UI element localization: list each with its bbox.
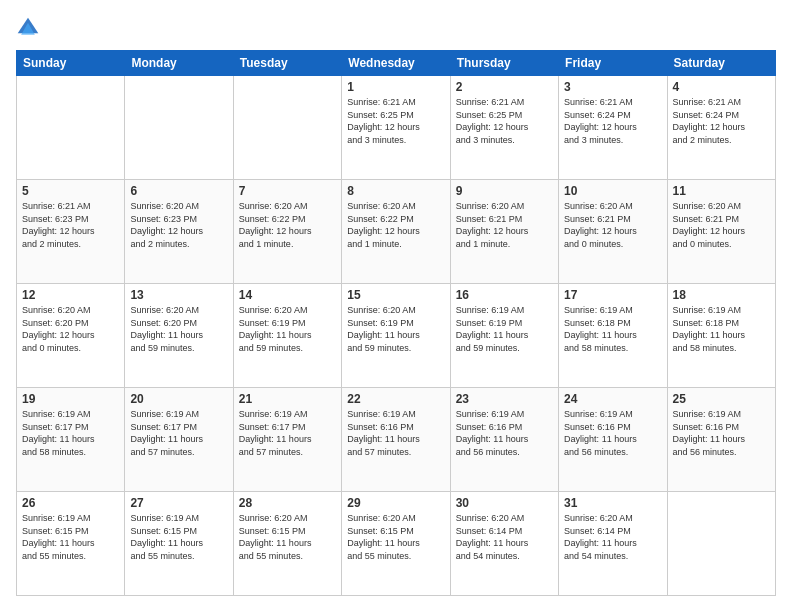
calendar-cell: 4Sunrise: 6:21 AM Sunset: 6:24 PM Daylig… xyxy=(667,76,775,180)
day-info: Sunrise: 6:20 AM Sunset: 6:19 PM Dayligh… xyxy=(347,304,444,354)
day-number: 4 xyxy=(673,80,770,94)
calendar-cell: 30Sunrise: 6:20 AM Sunset: 6:14 PM Dayli… xyxy=(450,492,558,596)
day-number: 24 xyxy=(564,392,661,406)
calendar-cell: 18Sunrise: 6:19 AM Sunset: 6:18 PM Dayli… xyxy=(667,284,775,388)
day-number: 13 xyxy=(130,288,227,302)
day-number: 10 xyxy=(564,184,661,198)
day-info: Sunrise: 6:20 AM Sunset: 6:20 PM Dayligh… xyxy=(22,304,119,354)
day-info: Sunrise: 6:21 AM Sunset: 6:24 PM Dayligh… xyxy=(673,96,770,146)
day-info: Sunrise: 6:20 AM Sunset: 6:22 PM Dayligh… xyxy=(239,200,336,250)
day-info: Sunrise: 6:20 AM Sunset: 6:23 PM Dayligh… xyxy=(130,200,227,250)
day-info: Sunrise: 6:21 AM Sunset: 6:25 PM Dayligh… xyxy=(456,96,553,146)
calendar-week-3: 12Sunrise: 6:20 AM Sunset: 6:20 PM Dayli… xyxy=(17,284,776,388)
day-info: Sunrise: 6:20 AM Sunset: 6:21 PM Dayligh… xyxy=(564,200,661,250)
day-info: Sunrise: 6:19 AM Sunset: 6:18 PM Dayligh… xyxy=(673,304,770,354)
day-info: Sunrise: 6:20 AM Sunset: 6:21 PM Dayligh… xyxy=(673,200,770,250)
day-header-thursday: Thursday xyxy=(450,51,558,76)
day-header-wednesday: Wednesday xyxy=(342,51,450,76)
calendar-cell: 28Sunrise: 6:20 AM Sunset: 6:15 PM Dayli… xyxy=(233,492,341,596)
day-info: Sunrise: 6:19 AM Sunset: 6:16 PM Dayligh… xyxy=(564,408,661,458)
day-info: Sunrise: 6:20 AM Sunset: 6:14 PM Dayligh… xyxy=(564,512,661,562)
day-number: 2 xyxy=(456,80,553,94)
day-info: Sunrise: 6:20 AM Sunset: 6:21 PM Dayligh… xyxy=(456,200,553,250)
day-number: 30 xyxy=(456,496,553,510)
day-number: 12 xyxy=(22,288,119,302)
day-info: Sunrise: 6:20 AM Sunset: 6:19 PM Dayligh… xyxy=(239,304,336,354)
calendar-cell: 11Sunrise: 6:20 AM Sunset: 6:21 PM Dayli… xyxy=(667,180,775,284)
calendar-cell: 31Sunrise: 6:20 AM Sunset: 6:14 PM Dayli… xyxy=(559,492,667,596)
calendar-week-2: 5Sunrise: 6:21 AM Sunset: 6:23 PM Daylig… xyxy=(17,180,776,284)
calendar-cell: 2Sunrise: 6:21 AM Sunset: 6:25 PM Daylig… xyxy=(450,76,558,180)
day-number: 5 xyxy=(22,184,119,198)
day-number: 23 xyxy=(456,392,553,406)
calendar-cell: 24Sunrise: 6:19 AM Sunset: 6:16 PM Dayli… xyxy=(559,388,667,492)
calendar-cell: 3Sunrise: 6:21 AM Sunset: 6:24 PM Daylig… xyxy=(559,76,667,180)
calendar-cell: 23Sunrise: 6:19 AM Sunset: 6:16 PM Dayli… xyxy=(450,388,558,492)
day-number: 20 xyxy=(130,392,227,406)
calendar-cell: 1Sunrise: 6:21 AM Sunset: 6:25 PM Daylig… xyxy=(342,76,450,180)
day-info: Sunrise: 6:21 AM Sunset: 6:24 PM Dayligh… xyxy=(564,96,661,146)
calendar-cell xyxy=(233,76,341,180)
header xyxy=(16,16,776,40)
calendar-cell: 27Sunrise: 6:19 AM Sunset: 6:15 PM Dayli… xyxy=(125,492,233,596)
calendar-cell: 26Sunrise: 6:19 AM Sunset: 6:15 PM Dayli… xyxy=(17,492,125,596)
day-number: 7 xyxy=(239,184,336,198)
day-info: Sunrise: 6:20 AM Sunset: 6:14 PM Dayligh… xyxy=(456,512,553,562)
day-header-friday: Friday xyxy=(559,51,667,76)
day-number: 26 xyxy=(22,496,119,510)
day-info: Sunrise: 6:19 AM Sunset: 6:17 PM Dayligh… xyxy=(22,408,119,458)
day-info: Sunrise: 6:19 AM Sunset: 6:19 PM Dayligh… xyxy=(456,304,553,354)
calendar-header-row: SundayMondayTuesdayWednesdayThursdayFrid… xyxy=(17,51,776,76)
calendar-week-4: 19Sunrise: 6:19 AM Sunset: 6:17 PM Dayli… xyxy=(17,388,776,492)
day-info: Sunrise: 6:21 AM Sunset: 6:25 PM Dayligh… xyxy=(347,96,444,146)
calendar-cell: 9Sunrise: 6:20 AM Sunset: 6:21 PM Daylig… xyxy=(450,180,558,284)
day-number: 19 xyxy=(22,392,119,406)
day-number: 3 xyxy=(564,80,661,94)
day-number: 29 xyxy=(347,496,444,510)
day-number: 1 xyxy=(347,80,444,94)
logo-icon xyxy=(16,16,40,40)
calendar-cell: 14Sunrise: 6:20 AM Sunset: 6:19 PM Dayli… xyxy=(233,284,341,388)
day-number: 9 xyxy=(456,184,553,198)
calendar-cell: 5Sunrise: 6:21 AM Sunset: 6:23 PM Daylig… xyxy=(17,180,125,284)
calendar-cell: 25Sunrise: 6:19 AM Sunset: 6:16 PM Dayli… xyxy=(667,388,775,492)
day-header-sunday: Sunday xyxy=(17,51,125,76)
day-info: Sunrise: 6:20 AM Sunset: 6:15 PM Dayligh… xyxy=(347,512,444,562)
day-header-saturday: Saturday xyxy=(667,51,775,76)
day-number: 8 xyxy=(347,184,444,198)
day-number: 25 xyxy=(673,392,770,406)
day-number: 14 xyxy=(239,288,336,302)
day-header-monday: Monday xyxy=(125,51,233,76)
day-info: Sunrise: 6:19 AM Sunset: 6:15 PM Dayligh… xyxy=(130,512,227,562)
calendar-cell: 10Sunrise: 6:20 AM Sunset: 6:21 PM Dayli… xyxy=(559,180,667,284)
day-info: Sunrise: 6:20 AM Sunset: 6:22 PM Dayligh… xyxy=(347,200,444,250)
day-number: 21 xyxy=(239,392,336,406)
calendar-cell xyxy=(667,492,775,596)
day-info: Sunrise: 6:20 AM Sunset: 6:15 PM Dayligh… xyxy=(239,512,336,562)
calendar-cell: 12Sunrise: 6:20 AM Sunset: 6:20 PM Dayli… xyxy=(17,284,125,388)
day-info: Sunrise: 6:19 AM Sunset: 6:16 PM Dayligh… xyxy=(347,408,444,458)
calendar-cell: 22Sunrise: 6:19 AM Sunset: 6:16 PM Dayli… xyxy=(342,388,450,492)
day-info: Sunrise: 6:19 AM Sunset: 6:16 PM Dayligh… xyxy=(456,408,553,458)
calendar-cell: 15Sunrise: 6:20 AM Sunset: 6:19 PM Dayli… xyxy=(342,284,450,388)
day-info: Sunrise: 6:19 AM Sunset: 6:17 PM Dayligh… xyxy=(239,408,336,458)
calendar-cell: 21Sunrise: 6:19 AM Sunset: 6:17 PM Dayli… xyxy=(233,388,341,492)
day-number: 16 xyxy=(456,288,553,302)
day-number: 18 xyxy=(673,288,770,302)
day-number: 15 xyxy=(347,288,444,302)
calendar-cell xyxy=(125,76,233,180)
calendar: SundayMondayTuesdayWednesdayThursdayFrid… xyxy=(16,50,776,596)
day-number: 17 xyxy=(564,288,661,302)
calendar-cell: 17Sunrise: 6:19 AM Sunset: 6:18 PM Dayli… xyxy=(559,284,667,388)
day-header-tuesday: Tuesday xyxy=(233,51,341,76)
calendar-cell: 13Sunrise: 6:20 AM Sunset: 6:20 PM Dayli… xyxy=(125,284,233,388)
day-number: 31 xyxy=(564,496,661,510)
day-info: Sunrise: 6:19 AM Sunset: 6:17 PM Dayligh… xyxy=(130,408,227,458)
calendar-week-1: 1Sunrise: 6:21 AM Sunset: 6:25 PM Daylig… xyxy=(17,76,776,180)
calendar-cell: 8Sunrise: 6:20 AM Sunset: 6:22 PM Daylig… xyxy=(342,180,450,284)
day-number: 27 xyxy=(130,496,227,510)
calendar-cell xyxy=(17,76,125,180)
calendar-week-5: 26Sunrise: 6:19 AM Sunset: 6:15 PM Dayli… xyxy=(17,492,776,596)
day-info: Sunrise: 6:19 AM Sunset: 6:15 PM Dayligh… xyxy=(22,512,119,562)
calendar-cell: 19Sunrise: 6:19 AM Sunset: 6:17 PM Dayli… xyxy=(17,388,125,492)
